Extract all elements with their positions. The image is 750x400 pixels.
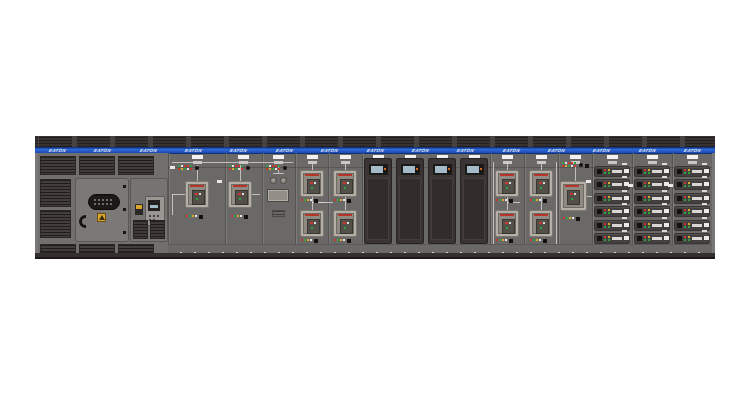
door-panel xyxy=(399,178,421,240)
louver-vent xyxy=(133,220,148,239)
indicator-cluster[interactable] xyxy=(266,165,288,173)
door-panel xyxy=(463,178,485,240)
feeder-unit[interactable] xyxy=(674,206,710,217)
brand-logo: EATON xyxy=(592,147,611,154)
switchgear-lineup-render: EATON EATON EATON EATON EATON EATON EATO… xyxy=(0,0,750,400)
pushbutton[interactable] xyxy=(585,164,589,168)
louver-vent xyxy=(79,156,115,175)
nameplate xyxy=(238,155,249,165)
breaker-window-icon xyxy=(536,179,549,194)
nameplate xyxy=(340,155,351,165)
generator-enclosure xyxy=(38,153,168,253)
circuit-breaker[interactable] xyxy=(495,210,519,237)
circuit-breaker[interactable] xyxy=(529,210,553,237)
feeder-unit[interactable] xyxy=(634,233,670,244)
hinge-dot xyxy=(123,208,126,211)
hmi-display[interactable] xyxy=(433,164,452,175)
lamp-row[interactable] xyxy=(231,215,249,220)
feeder-unit[interactable] xyxy=(674,233,710,244)
circuit-breaker[interactable] xyxy=(300,170,324,197)
louver-vent xyxy=(79,244,115,253)
breaker-window-icon xyxy=(340,219,353,234)
nameplate xyxy=(536,155,547,165)
brand-logo: EATON xyxy=(683,147,702,154)
circuit-breaker[interactable] xyxy=(529,170,553,197)
feeder-unit[interactable] xyxy=(634,179,670,190)
lamp-row[interactable] xyxy=(496,199,514,204)
louver-vent xyxy=(118,244,154,253)
brand-logo: EATON xyxy=(320,147,339,154)
label-chip xyxy=(217,180,222,183)
louver-vent xyxy=(40,244,76,253)
indicator-cluster[interactable] xyxy=(562,162,584,170)
multi-pin-connector-icon xyxy=(88,194,120,210)
feeder-unit[interactable] xyxy=(594,233,630,244)
nameplate xyxy=(273,155,284,165)
label-chip xyxy=(170,166,175,169)
mimic-line xyxy=(172,194,173,215)
mimic-line xyxy=(587,196,592,197)
breaker-window-icon xyxy=(307,219,320,234)
indicator-cluster[interactable] xyxy=(178,165,200,173)
circuit-breaker[interactable] xyxy=(185,181,209,208)
hmi-display[interactable] xyxy=(369,164,388,175)
brand-logo: EATON xyxy=(547,147,566,154)
brand-logo: EATON xyxy=(638,147,657,154)
lamp-row[interactable] xyxy=(186,215,204,220)
warning-triangle-icon xyxy=(97,213,106,222)
feeder-unit[interactable] xyxy=(594,206,630,217)
circuit-breaker[interactable] xyxy=(560,181,587,211)
circuit-breaker[interactable] xyxy=(495,170,519,197)
louver-vent xyxy=(40,210,71,238)
feeder-unit[interactable] xyxy=(594,179,630,190)
breaker-window-icon xyxy=(307,179,320,194)
access-door[interactable] xyxy=(75,178,129,242)
mimic-riser xyxy=(556,162,557,244)
nameplate xyxy=(607,155,618,165)
louver-vent xyxy=(40,156,76,175)
brand-logo: EATON xyxy=(366,147,385,154)
label-chip xyxy=(586,180,591,183)
control-knob[interactable] xyxy=(280,177,287,184)
vent-slot xyxy=(272,210,285,217)
display-door xyxy=(428,158,456,244)
end-panel xyxy=(712,153,715,253)
breaker-window-icon xyxy=(536,219,549,234)
hmi-display[interactable] xyxy=(465,164,484,175)
meter-door xyxy=(130,178,168,242)
circuit-breaker[interactable] xyxy=(333,170,357,197)
end-panel xyxy=(35,153,38,253)
feeder-unit[interactable] xyxy=(634,206,670,217)
door-panel xyxy=(367,178,389,240)
relay-box xyxy=(267,189,289,202)
brand-logo: EATON xyxy=(411,147,430,154)
brand-logo: EATON xyxy=(502,147,521,154)
display-door xyxy=(460,158,488,244)
door-handle[interactable] xyxy=(79,215,86,228)
breaker-window-icon xyxy=(340,179,353,194)
nameplate xyxy=(502,155,513,165)
hinge-dot xyxy=(123,185,126,188)
breaker-window-icon xyxy=(235,190,248,205)
lamp-row[interactable] xyxy=(301,199,319,204)
top-vent-band xyxy=(35,136,715,147)
circuit-breaker[interactable] xyxy=(333,210,357,237)
lamp-row[interactable] xyxy=(563,217,581,222)
amber-switch[interactable] xyxy=(135,204,143,215)
feeder-unit[interactable] xyxy=(674,179,710,190)
mimic-line xyxy=(273,173,284,174)
breaker-window-icon xyxy=(502,219,515,234)
lamp-row[interactable] xyxy=(530,199,548,204)
breaker-window-icon xyxy=(567,190,580,205)
breaker-window-icon xyxy=(192,190,205,205)
brand-logo: EATON xyxy=(229,147,248,154)
lamp-row[interactable] xyxy=(334,199,352,204)
nameplate xyxy=(307,155,318,165)
circuit-breaker[interactable] xyxy=(228,181,252,208)
control-knob[interactable] xyxy=(270,177,277,184)
louver-vent xyxy=(40,179,71,207)
hmi-display[interactable] xyxy=(401,164,420,175)
indicator-cluster[interactable] xyxy=(229,165,251,173)
circuit-breaker[interactable] xyxy=(300,210,324,237)
door-panel xyxy=(431,178,453,240)
